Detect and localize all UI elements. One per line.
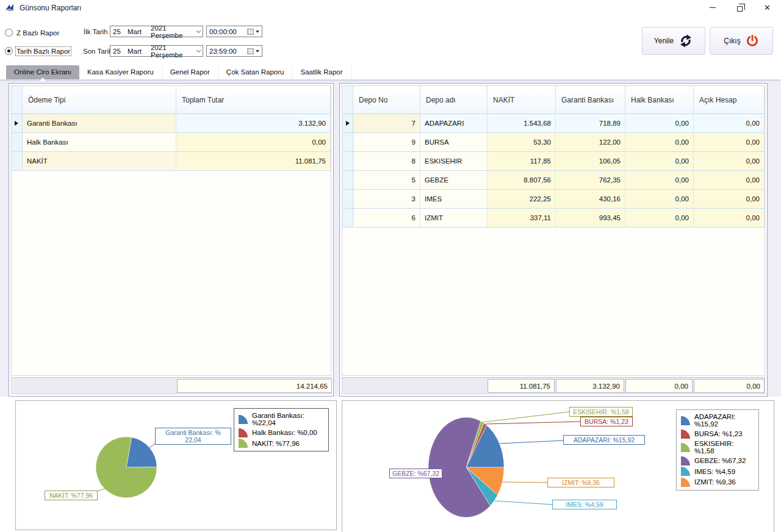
cell-nakit[interactable]: 53,30 <box>488 133 556 152</box>
cell-nakit[interactable]: 337,11 <box>488 209 556 228</box>
column-header-toplam-tutar[interactable]: Toplam Tutar <box>176 86 331 114</box>
header-indicator-cell <box>12 86 23 114</box>
legend-swatch-icon <box>681 443 690 452</box>
tab-kasa-kasiyer-raporu[interactable]: Kasa Kasiyer Raporu <box>79 65 162 79</box>
table-row[interactable]: 7ADAPAZARI1.543,68718,890,000,00 <box>342 114 765 133</box>
cell-name[interactable]: GEBZE <box>420 171 488 190</box>
cell-garanti[interactable]: 993,45 <box>556 209 625 228</box>
cell-name[interactable]: ESKISEHIR <box>420 152 488 171</box>
cell-odeme-tipi[interactable]: NAKİT <box>23 152 176 171</box>
cell-garanti[interactable]: 430,16 <box>556 190 625 209</box>
cell-no[interactable]: 8 <box>353 152 420 171</box>
cell-acik[interactable]: 0,00 <box>694 133 765 152</box>
legend-label: IZMIT: %9,36 <box>694 478 736 486</box>
legend-label: ADAPAZARI: %15,92 <box>694 413 754 428</box>
table-row[interactable]: 8ESKISEHIR117,85106,050,000,00 <box>342 152 765 171</box>
table-row[interactable]: Halk Bankası0,00 <box>12 133 331 152</box>
column-header-depo-no[interactable]: Depo No <box>353 86 420 114</box>
cell-no[interactable]: 6 <box>353 209 420 228</box>
table-row[interactable]: 9BURSA53,30122,000,000,00 <box>342 133 765 152</box>
cell-acik[interactable]: 0,00 <box>694 152 765 171</box>
header-row: Depo NoDepo adıNAKİTGaranti BankasıHalk … <box>342 86 765 114</box>
cell-name[interactable]: ADAPAZARI <box>420 114 488 133</box>
time-value: 00:00:00 <box>207 28 247 35</box>
tab-çok-satan-raporu[interactable]: Çok Satan Raporu <box>218 65 293 79</box>
cikis-button[interactable]: Çıkış <box>710 27 773 55</box>
tab-saatlik-rapor[interactable]: Saatlik Rapor <box>292 65 351 79</box>
dropdown-arrow-icon[interactable] <box>256 50 259 52</box>
radio-z-bazli-rapor[interactable]: Z Bazlı Rapor <box>5 29 59 37</box>
date-month: Mart <box>128 48 151 55</box>
table-row[interactable]: 6IZMIT337,11993,450,000,00 <box>342 209 765 228</box>
radio-tarih-bazli-rapor[interactable]: Tarih Bazlı Rapor <box>5 47 70 55</box>
cell-nakit[interactable]: 117,85 <box>488 152 556 171</box>
column-header-açık-hesap[interactable]: Açık Hesap <box>694 86 765 114</box>
cell-nakit[interactable]: 1.543,68 <box>488 114 556 133</box>
table-row[interactable]: NAKİT11.081,75 <box>12 152 331 171</box>
cell-name[interactable]: BURSA <box>420 133 488 152</box>
cell-no[interactable]: 7 <box>353 114 420 133</box>
cell-no[interactable]: 3 <box>353 190 420 209</box>
cell-odeme-tipi[interactable]: Garanti Bankası <box>23 114 176 133</box>
cell-toplam-tutar[interactable]: 11.081,75 <box>176 152 331 171</box>
cell-acik[interactable]: 0,00 <box>694 209 765 228</box>
ilk-saat-time-picker[interactable]: 00:00:00 <box>206 26 262 37</box>
callout-Garanti Bankası: Garanti Bankası: % 22,04 <box>155 428 231 445</box>
cell-no[interactable]: 5 <box>353 171 420 190</box>
column-header-naki̇t[interactable]: NAKİT <box>488 86 556 114</box>
legend-label: IMES: %4,59 <box>694 468 735 475</box>
cell-halk[interactable]: 0,00 <box>625 190 694 209</box>
cell-nakit[interactable]: 8.807,56 <box>488 171 556 190</box>
table-row[interactable]: 5GEBZE8.807,56762,350,000,00 <box>342 171 765 190</box>
cell-halk[interactable]: 0,00 <box>625 152 694 171</box>
time-value: 23:59:00 <box>207 48 247 55</box>
table-row[interactable]: 3IMES222,25430,160,000,00 <box>342 190 765 209</box>
cell-halk[interactable]: 0,00 <box>625 133 694 152</box>
column-header-depo-adı[interactable]: Depo adı <box>420 86 488 114</box>
cell-name[interactable]: IZMIT <box>420 209 488 228</box>
yenile-button[interactable]: Yenile <box>642 27 705 55</box>
legend-label: NAKİT: %77,96 <box>252 440 300 447</box>
chevron-down-icon[interactable] <box>194 49 203 53</box>
calendar-icon[interactable] <box>247 29 254 35</box>
table-row[interactable]: Garanti Bankası3.132,90 <box>12 114 331 133</box>
callout-connector-line <box>149 444 155 448</box>
cell-odeme-tipi[interactable]: Halk Bankası <box>23 133 176 152</box>
legend-swatch-icon <box>681 467 690 476</box>
restore-button[interactable] <box>726 0 754 15</box>
cell-garanti[interactable]: 762,35 <box>556 171 625 190</box>
dropdown-arrow-icon[interactable] <box>256 31 259 33</box>
son-tarih-date-picker[interactable]: 25 Mart 2021 Perşembe <box>110 45 203 57</box>
cell-acik[interactable]: 0,00 <box>694 171 765 190</box>
callout-IZMIT: IZMIT: %9,36 <box>547 478 614 487</box>
cell-toplam-tutar[interactable]: 3.132,90 <box>176 114 331 133</box>
column-header-garanti-bankası[interactable]: Garanti Bankası <box>556 86 625 114</box>
legend-item-IZMIT: IZMIT: %9,36 <box>681 478 754 487</box>
cell-garanti[interactable]: 122,00 <box>556 133 625 152</box>
tab-strip: Online Ciro EkranıKasa Kasiyer RaporuGen… <box>0 65 781 81</box>
column-header-odeme-tipi[interactable]: Ödeme Tipi <box>23 86 176 114</box>
close-button[interactable]: ✕ <box>754 0 781 15</box>
legend-swatch-icon <box>681 416 690 425</box>
cell-acik[interactable]: 0,00 <box>694 190 765 209</box>
cell-halk[interactable]: 0,00 <box>625 171 694 190</box>
cell-no[interactable]: 9 <box>353 133 420 152</box>
cell-name[interactable]: IMES <box>420 190 488 209</box>
depot-table-panel: Depo NoDepo adıNAKİTGaranti BankasıHalk … <box>339 83 768 397</box>
minimize-button[interactable] <box>699 0 726 15</box>
calendar-icon[interactable] <box>247 48 254 54</box>
son-saat-time-picker[interactable]: 23:59:00 <box>206 45 262 57</box>
cell-nakit[interactable]: 222,25 <box>488 190 556 209</box>
ilk-tarih-date-picker[interactable]: 25 Mart 2021 Perşembe <box>110 26 203 37</box>
cell-halk[interactable]: 0,00 <box>625 114 694 133</box>
cell-toplam-tutar[interactable]: 0,00 <box>176 133 331 152</box>
tab-genel-rapor[interactable]: Genel Rapor <box>162 65 218 79</box>
cell-halk[interactable]: 0,00 <box>625 209 694 228</box>
cell-garanti[interactable]: 106,05 <box>556 152 625 171</box>
cell-acik[interactable]: 0,00 <box>694 114 765 133</box>
legend-swatch-icon <box>239 439 248 448</box>
chevron-down-icon[interactable] <box>194 30 203 34</box>
cell-garanti[interactable]: 718,89 <box>556 114 625 133</box>
tab-online-ciro-ekranı[interactable]: Online Ciro Ekranı <box>6 65 79 79</box>
column-header-halk-bankası[interactable]: Halk Bankası <box>625 86 694 114</box>
